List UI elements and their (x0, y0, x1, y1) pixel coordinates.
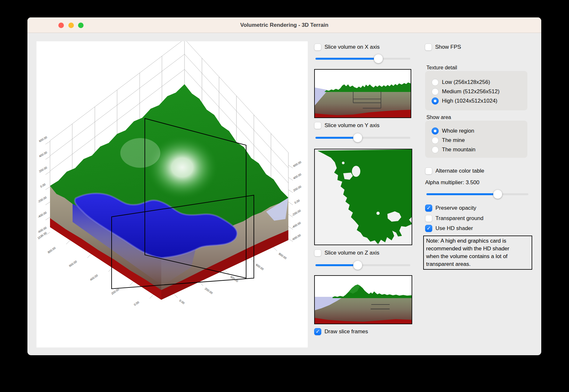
show-fps-label: Show FPS (435, 44, 461, 50)
area-whole-radio[interactable] (432, 127, 439, 135)
show-fps-checkbox[interactable]: ✓ (425, 44, 432, 51)
transparent-ground-row: ✓ Transparent ground (425, 215, 484, 222)
texture-detail-title: Texture detail (426, 65, 457, 71)
slider-fill (315, 137, 357, 139)
svg-text:0.00: 0.00 (40, 183, 46, 188)
svg-text:0.00: 0.00 (294, 199, 300, 204)
radio-dot-icon (434, 130, 436, 132)
alpha-multiplier-slider[interactable] (426, 190, 528, 199)
checkmark-icon: ✓ (315, 329, 320, 334)
svg-text:400.00: 400.00 (89, 274, 98, 281)
alternate-color-label: Alternate color table (435, 168, 484, 174)
hd-shader-note: Note: A high end graphics card is recomm… (423, 236, 532, 270)
checkmark-icon: ✓ (426, 226, 431, 231)
titlebar: Volumetric Rendering - 3D Terrain (27, 17, 541, 33)
slice-z-preview-image (315, 276, 412, 324)
area-mountain-radio[interactable] (432, 146, 439, 153)
texture-option-medium: Medium (512x256x512) (432, 88, 500, 95)
slice-x-preview (314, 69, 411, 118)
area-whole-label: Whole region (442, 128, 474, 134)
transparent-ground-checkbox[interactable]: ✓ (425, 215, 432, 222)
use-hd-shader-label: Use HD shader (435, 225, 473, 232)
alternate-color-checkbox[interactable]: ✓ (425, 167, 432, 175)
texture-option-low: Low (256x128x256) (432, 79, 490, 86)
slice-y-checkbox[interactable]: ✓ (314, 122, 321, 129)
svg-text:0.00: 0.00 (179, 299, 185, 305)
slice-x-slider[interactable] (315, 54, 410, 63)
area-mine-radio[interactable] (432, 137, 439, 144)
slice-x-row: ✓ Slice volume on X axis (314, 44, 380, 51)
svg-text:800.00: 800.00 (278, 252, 287, 260)
alpha-multiplier-label: Alpha multiplier: 3.500 (425, 179, 479, 186)
note-line: when the volume contains a lot of (426, 253, 529, 260)
svg-text:-400.00: -400.00 (37, 211, 47, 219)
area-option-mine: The mine (432, 137, 465, 144)
texture-medium-label: Medium (512x256x512) (442, 88, 500, 95)
checkmark-icon: ✓ (426, 206, 431, 211)
slice-x-preview-image (315, 70, 411, 117)
svg-text:600.00: 600.00 (68, 260, 77, 267)
alternate-color-row: ✓ Alternate color table (425, 167, 484, 175)
svg-text:800.00: 800.00 (47, 246, 56, 254)
slice-y-preview-image (315, 149, 412, 245)
app-window: Volumetric Rendering - 3D Terrain (27, 17, 541, 355)
svg-text:200.00: 200.00 (204, 287, 213, 295)
area-option-whole: Whole region (432, 127, 474, 135)
svg-text:600.00: 600.00 (293, 160, 302, 167)
note-line: transparent areas. (426, 260, 529, 268)
slice-z-checkbox[interactable]: ✓ (314, 249, 321, 256)
slice-y-preview (314, 149, 412, 245)
slice-y-label: Slice volume on Y axis (324, 122, 379, 129)
slider-fill (426, 193, 500, 195)
svg-text:200.00: 200.00 (293, 185, 302, 192)
slice-y-row: ✓ Slice volume on Y axis (314, 122, 379, 129)
use-hd-shader-row: ✓ Use HD shader (425, 225, 473, 232)
svg-text:400.00: 400.00 (38, 151, 48, 158)
slice-z-row: ✓ Slice volume on Z axis (314, 249, 379, 256)
texture-low-radio[interactable] (432, 79, 439, 86)
show-area-title: Show area (426, 115, 451, 120)
slice-z-preview (314, 275, 412, 324)
transparent-ground-label: Transparent ground (435, 215, 484, 222)
terrain-3d-render: 600.00 400.00 200.00 0.00 -200.00 -400.0… (36, 41, 308, 347)
slice-x-checkbox[interactable]: ✓ (314, 44, 321, 51)
note-line: recommended with the HD shader (426, 245, 529, 253)
slice-z-slider[interactable] (315, 261, 410, 270)
draw-frames-checkbox[interactable]: ✓ (314, 328, 321, 335)
texture-high-label: High (1024x512x1024) (442, 98, 497, 104)
texture-low-label: Low (256x128x256) (442, 79, 490, 85)
svg-text:-200.00: -200.00 (291, 209, 301, 217)
texture-medium-radio[interactable] (432, 88, 439, 95)
slider-knob[interactable] (353, 261, 362, 270)
window-title: Volumetric Rendering - 3D Terrain (27, 17, 541, 33)
terrain-3d-view[interactable]: 600.00 400.00 200.00 0.00 -200.00 -400.0… (36, 41, 308, 347)
preserve-opacity-row: ✓ Preserve opacity (425, 205, 476, 212)
svg-text:-400.00: -400.00 (291, 221, 301, 229)
show-fps-row: ✓ Show FPS (425, 44, 461, 51)
note-line: Note: A high end graphics card is (426, 237, 529, 245)
slice-y-slider[interactable] (315, 133, 410, 142)
radio-dot-icon (434, 100, 436, 102)
area-mountain-label: The mountain (442, 146, 475, 153)
ridge-highlight (120, 138, 160, 168)
slice-z-label: Slice volume on Z axis (324, 250, 379, 256)
svg-text:600.00: 600.00 (38, 136, 48, 143)
slider-knob[interactable] (374, 54, 383, 63)
draw-frames-row: ✓ Draw slice frames (314, 328, 368, 335)
slider-knob[interactable] (493, 190, 502, 199)
preserve-opacity-label: Preserve opacity (435, 205, 476, 211)
svg-text:0.00: 0.00 (133, 300, 140, 306)
use-hd-shader-checkbox[interactable]: ✓ (425, 225, 432, 232)
area-mine-label: The mine (442, 137, 465, 144)
draw-frames-label: Draw slice frames (324, 328, 368, 335)
preserve-opacity-checkbox[interactable]: ✓ (425, 205, 432, 212)
texture-high-radio[interactable] (432, 97, 439, 105)
svg-text:600.00: 600.00 (255, 263, 264, 271)
texture-option-high: High (1024x512x1024) (432, 97, 497, 105)
svg-text:-200.00: -200.00 (37, 196, 47, 204)
slider-knob[interactable] (353, 133, 362, 142)
alpha-multiplier-row: Alpha multiplier: 3.500 (425, 179, 479, 186)
slider-fill (315, 58, 380, 60)
svg-text:-600.00: -600.00 (291, 234, 301, 241)
svg-text:200.00: 200.00 (38, 166, 48, 173)
